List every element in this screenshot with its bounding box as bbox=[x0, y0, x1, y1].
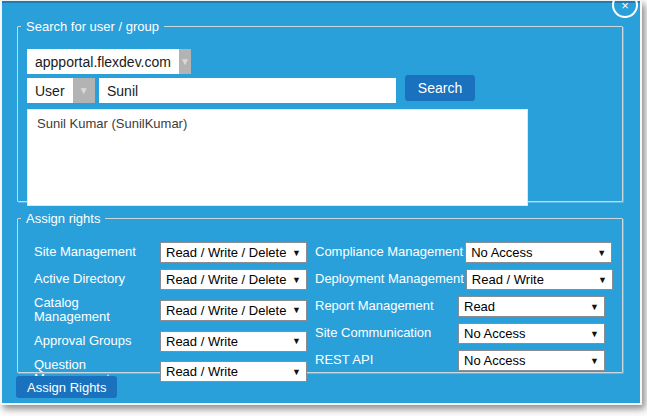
chevron-down-icon: ▼ bbox=[292, 305, 306, 315]
assign-rights-group: Assign rights Site Management Read / Wri… bbox=[17, 211, 623, 373]
search-group-title: Search for user / group bbox=[21, 19, 164, 34]
list-item[interactable]: Sunil Kumar (SunilKumar) bbox=[28, 110, 527, 137]
rest-api-select[interactable]: No Access ▼ bbox=[458, 350, 605, 371]
rights-column-left: Site Management Read / Write / Delete ▼ … bbox=[34, 242, 313, 392]
chevron-down-icon: ▼ bbox=[590, 302, 604, 312]
search-button[interactable]: Search bbox=[405, 75, 475, 101]
close-button[interactable]: × bbox=[612, 0, 638, 18]
rights-label: Compliance Management bbox=[315, 245, 465, 259]
select-value: Read / Write bbox=[161, 364, 238, 379]
chevron-down-icon: ▼ bbox=[79, 85, 89, 96]
chevron-down-icon: ▼ bbox=[292, 275, 306, 285]
chevron-down-icon: ▼ bbox=[180, 56, 190, 67]
rights-row: Site Management Read / Write / Delete ▼ bbox=[34, 242, 313, 263]
chevron-down-icon: ▼ bbox=[292, 336, 306, 346]
approval-groups-select[interactable]: Read / Write ▼ bbox=[160, 331, 307, 352]
search-type-combobox[interactable]: User ▼ bbox=[27, 78, 95, 103]
assign-rights-group-title: Assign rights bbox=[21, 211, 105, 226]
rights-label: REST API bbox=[315, 353, 458, 367]
catalog-management-select[interactable]: Read / Write / Delete ▼ bbox=[160, 300, 307, 321]
domain-combobox-dropdown-button[interactable]: ▼ bbox=[179, 49, 191, 74]
search-results-listbox[interactable]: Sunil Kumar (SunilKumar) bbox=[27, 109, 528, 206]
rights-row: Deployment Management Read / Write ▼ bbox=[315, 269, 608, 290]
question-management-select[interactable]: Read / Write ▼ bbox=[160, 361, 307, 382]
select-value: No Access bbox=[459, 353, 525, 368]
search-group: Search for user / group appportal.flexde… bbox=[17, 19, 623, 202]
chevron-down-icon: ▼ bbox=[598, 275, 612, 285]
rights-label: Approval Groups bbox=[34, 334, 160, 348]
search-input[interactable] bbox=[99, 78, 396, 103]
compliance-management-select[interactable]: No Access ▼ bbox=[465, 242, 612, 263]
rights-row: Catalog Management Read / Write / Delete… bbox=[34, 296, 313, 325]
select-value: No Access bbox=[466, 245, 532, 260]
close-icon: × bbox=[621, 0, 629, 12]
select-value: Read bbox=[459, 299, 495, 314]
assign-rights-button[interactable]: Assign Rights bbox=[16, 376, 117, 398]
domain-combobox[interactable]: appportal.flexdev.com ▼ bbox=[27, 49, 191, 74]
select-value: Read / Write / Delete bbox=[161, 245, 286, 260]
chevron-down-icon: ▼ bbox=[292, 367, 306, 377]
rights-label: Deployment Management bbox=[315, 272, 466, 286]
rights-label: Site Communication bbox=[315, 326, 458, 340]
select-value: Read / Write / Delete bbox=[161, 303, 286, 318]
rights-row: Active Directory Read / Write / Delete ▼ bbox=[34, 269, 313, 290]
deployment-management-select[interactable]: Read / Write ▼ bbox=[466, 269, 613, 290]
rights-row: Compliance Management No Access ▼ bbox=[315, 242, 608, 263]
select-value: Read / Write / Delete bbox=[161, 272, 286, 287]
rights-row: Site Communication No Access ▼ bbox=[315, 323, 608, 344]
select-value: No Access bbox=[459, 326, 525, 341]
rights-label: Site Management bbox=[34, 245, 160, 259]
search-type-dropdown-button[interactable]: ▼ bbox=[73, 78, 95, 103]
site-management-select[interactable]: Read / Write / Delete ▼ bbox=[160, 242, 307, 263]
select-value: Read / Write bbox=[161, 334, 238, 349]
rights-row: Report Management Read ▼ bbox=[315, 296, 608, 317]
select-value: Read / Write bbox=[467, 272, 544, 287]
chevron-down-icon: ▼ bbox=[590, 356, 604, 366]
rights-row: Approval Groups Read / Write ▼ bbox=[34, 331, 313, 352]
chevron-down-icon: ▼ bbox=[292, 248, 306, 258]
chevron-down-icon: ▼ bbox=[590, 329, 604, 339]
rights-row: REST API No Access ▼ bbox=[315, 350, 608, 371]
rights-label: Report Management bbox=[315, 299, 458, 313]
rights-column-right: Compliance Management No Access ▼ Deploy… bbox=[315, 242, 608, 377]
active-directory-select[interactable]: Read / Write / Delete ▼ bbox=[160, 269, 307, 290]
assign-rights-dialog: × Search for user / group appportal.flex… bbox=[0, 0, 642, 405]
domain-combobox-value: appportal.flexdev.com bbox=[27, 49, 179, 74]
report-management-select[interactable]: Read ▼ bbox=[458, 296, 605, 317]
chevron-down-icon: ▼ bbox=[597, 248, 611, 258]
rights-label: Active Directory bbox=[34, 272, 160, 286]
rights-label: Catalog Management bbox=[34, 296, 160, 325]
search-type-combobox-value: User bbox=[27, 78, 73, 103]
site-communication-select[interactable]: No Access ▼ bbox=[458, 323, 605, 344]
screen: × Search for user / group appportal.flex… bbox=[0, 0, 647, 416]
